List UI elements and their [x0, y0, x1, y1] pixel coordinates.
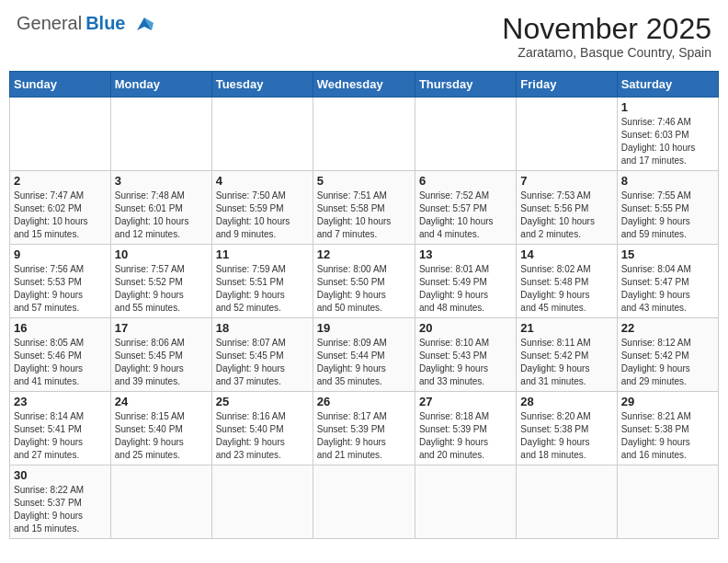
page-header: General Blue November 2025 Zaratamo, Bas…	[9, 9, 719, 63]
day-number: 12	[317, 247, 411, 261]
calendar-cell: 10Sunrise: 7:57 AM Sunset: 5:52 PM Dayli…	[110, 245, 211, 318]
calendar-cell	[313, 98, 415, 171]
day-info: Sunrise: 7:46 AM Sunset: 6:03 PM Dayligh…	[621, 116, 714, 167]
calendar-cell: 21Sunrise: 8:11 AM Sunset: 5:42 PM Dayli…	[517, 318, 617, 392]
day-info: Sunrise: 8:07 AM Sunset: 5:45 PM Dayligh…	[216, 337, 309, 388]
logo-bird-icon	[130, 14, 159, 34]
day-number: 3	[115, 174, 208, 188]
calendar-week-row: 1Sunrise: 7:46 AM Sunset: 6:03 PM Daylig…	[10, 98, 719, 171]
day-number: 26	[317, 395, 411, 408]
day-number: 23	[14, 395, 107, 408]
day-info: Sunrise: 7:47 AM Sunset: 6:02 PM Dayligh…	[14, 190, 107, 241]
day-number: 15	[621, 247, 714, 261]
logo-blue-text: Blue	[85, 13, 125, 34]
day-info: Sunrise: 8:17 AM Sunset: 5:39 PM Dayligh…	[317, 410, 411, 462]
calendar-cell	[517, 98, 617, 171]
calendar-cell: 4Sunrise: 7:50 AM Sunset: 5:59 PM Daylig…	[211, 171, 313, 245]
column-header-tuesday: Tuesday	[211, 72, 313, 98]
day-info: Sunrise: 8:16 AM Sunset: 5:40 PM Dayligh…	[216, 410, 309, 462]
day-number: 1	[621, 100, 714, 114]
calendar-cell	[617, 465, 718, 539]
day-info: Sunrise: 8:06 AM Sunset: 5:45 PM Dayligh…	[115, 337, 208, 388]
day-info: Sunrise: 8:15 AM Sunset: 5:40 PM Dayligh…	[115, 410, 208, 462]
calendar-cell: 13Sunrise: 8:01 AM Sunset: 5:49 PM Dayli…	[415, 245, 516, 318]
calendar-cell	[517, 465, 617, 539]
day-number: 24	[115, 395, 208, 408]
day-info: Sunrise: 7:53 AM Sunset: 5:56 PM Dayligh…	[520, 190, 612, 241]
day-info: Sunrise: 8:12 AM Sunset: 5:42 PM Dayligh…	[621, 337, 714, 388]
day-info: Sunrise: 7:51 AM Sunset: 5:58 PM Dayligh…	[317, 190, 411, 241]
day-number: 2	[14, 174, 107, 188]
day-number: 8	[621, 174, 714, 188]
calendar-cell: 19Sunrise: 8:09 AM Sunset: 5:44 PM Dayli…	[313, 318, 415, 392]
day-info: Sunrise: 8:11 AM Sunset: 5:42 PM Dayligh…	[520, 337, 612, 388]
calendar-cell: 9Sunrise: 7:56 AM Sunset: 5:53 PM Daylig…	[10, 245, 111, 318]
calendar-cell: 16Sunrise: 8:05 AM Sunset: 5:46 PM Dayli…	[10, 318, 111, 392]
day-number: 4	[216, 174, 309, 188]
day-number: 25	[216, 395, 309, 408]
day-info: Sunrise: 8:22 AM Sunset: 5:37 PM Dayligh…	[14, 484, 107, 535]
calendar-cell: 30Sunrise: 8:22 AM Sunset: 5:37 PM Dayli…	[10, 465, 111, 539]
day-info: Sunrise: 8:14 AM Sunset: 5:41 PM Dayligh…	[14, 410, 107, 462]
day-number: 7	[520, 174, 612, 188]
day-info: Sunrise: 7:48 AM Sunset: 6:01 PM Dayligh…	[115, 190, 208, 241]
month-title: November 2025	[502, 13, 711, 45]
day-info: Sunrise: 8:05 AM Sunset: 5:46 PM Dayligh…	[14, 337, 107, 388]
day-number: 27	[419, 395, 512, 408]
day-info: Sunrise: 8:09 AM Sunset: 5:44 PM Dayligh…	[317, 337, 411, 388]
calendar-week-row: 30Sunrise: 8:22 AM Sunset: 5:37 PM Dayli…	[10, 465, 719, 539]
day-info: Sunrise: 7:50 AM Sunset: 5:59 PM Dayligh…	[216, 190, 309, 241]
calendar-cell: 26Sunrise: 8:17 AM Sunset: 5:39 PM Dayli…	[313, 392, 415, 465]
calendar-cell	[10, 98, 111, 171]
calendar-week-row: 23Sunrise: 8:14 AM Sunset: 5:41 PM Dayli…	[10, 392, 719, 465]
logo: General Blue	[17, 13, 159, 34]
day-number: 9	[14, 247, 107, 261]
calendar-cell: 28Sunrise: 8:20 AM Sunset: 5:38 PM Dayli…	[517, 392, 617, 465]
day-number: 16	[14, 321, 107, 335]
column-header-monday: Monday	[110, 72, 211, 98]
day-number: 21	[520, 321, 612, 335]
calendar-cell	[415, 465, 516, 539]
calendar-cell: 5Sunrise: 7:51 AM Sunset: 5:58 PM Daylig…	[313, 171, 415, 245]
day-number: 28	[520, 395, 612, 408]
day-number: 29	[621, 395, 714, 408]
day-number: 19	[317, 321, 411, 335]
day-number: 20	[419, 321, 512, 335]
calendar-cell: 24Sunrise: 8:15 AM Sunset: 5:40 PM Dayli…	[110, 392, 211, 465]
day-info: Sunrise: 7:59 AM Sunset: 5:51 PM Dayligh…	[216, 263, 309, 315]
day-number: 22	[621, 321, 714, 335]
calendar-cell	[211, 98, 313, 171]
calendar-cell: 1Sunrise: 7:46 AM Sunset: 6:03 PM Daylig…	[617, 98, 718, 171]
day-number: 13	[419, 247, 512, 261]
calendar-header-row: SundayMondayTuesdayWednesdayThursdayFrid…	[10, 72, 719, 98]
column-header-thursday: Thursday	[415, 72, 516, 98]
day-info: Sunrise: 7:57 AM Sunset: 5:52 PM Dayligh…	[115, 263, 208, 315]
calendar-cell: 12Sunrise: 8:00 AM Sunset: 5:50 PM Dayli…	[313, 245, 415, 318]
calendar-cell: 14Sunrise: 8:02 AM Sunset: 5:48 PM Dayli…	[517, 245, 617, 318]
day-info: Sunrise: 8:02 AM Sunset: 5:48 PM Dayligh…	[520, 263, 612, 315]
calendar-cell	[110, 465, 211, 539]
title-block: November 2025 Zaratamo, Basque Country, …	[502, 13, 711, 60]
calendar-cell: 22Sunrise: 8:12 AM Sunset: 5:42 PM Dayli…	[617, 318, 718, 392]
calendar-cell: 8Sunrise: 7:55 AM Sunset: 5:55 PM Daylig…	[617, 171, 718, 245]
day-number: 14	[520, 247, 612, 261]
calendar-week-row: 16Sunrise: 8:05 AM Sunset: 5:46 PM Dayli…	[10, 318, 719, 392]
calendar-table: SundayMondayTuesdayWednesdayThursdayFrid…	[9, 71, 719, 539]
calendar-week-row: 9Sunrise: 7:56 AM Sunset: 5:53 PM Daylig…	[10, 245, 719, 318]
day-info: Sunrise: 8:20 AM Sunset: 5:38 PM Dayligh…	[520, 410, 612, 462]
calendar-cell: 6Sunrise: 7:52 AM Sunset: 5:57 PM Daylig…	[415, 171, 516, 245]
calendar-cell: 18Sunrise: 8:07 AM Sunset: 5:45 PM Dayli…	[211, 318, 313, 392]
location-text: Zaratamo, Basque Country, Spain	[502, 45, 711, 60]
column-header-saturday: Saturday	[617, 72, 718, 98]
calendar-cell: 3Sunrise: 7:48 AM Sunset: 6:01 PM Daylig…	[110, 171, 211, 245]
day-info: Sunrise: 7:52 AM Sunset: 5:57 PM Dayligh…	[419, 190, 512, 241]
calendar-cell: 25Sunrise: 8:16 AM Sunset: 5:40 PM Dayli…	[211, 392, 313, 465]
day-info: Sunrise: 8:00 AM Sunset: 5:50 PM Dayligh…	[317, 263, 411, 315]
day-info: Sunrise: 8:21 AM Sunset: 5:38 PM Dayligh…	[621, 410, 714, 462]
calendar-cell: 15Sunrise: 8:04 AM Sunset: 5:47 PM Dayli…	[617, 245, 718, 318]
calendar-cell: 23Sunrise: 8:14 AM Sunset: 5:41 PM Dayli…	[10, 392, 111, 465]
calendar-cell	[415, 98, 516, 171]
column-header-sunday: Sunday	[10, 72, 111, 98]
calendar-cell: 11Sunrise: 7:59 AM Sunset: 5:51 PM Dayli…	[211, 245, 313, 318]
calendar-cell: 17Sunrise: 8:06 AM Sunset: 5:45 PM Dayli…	[110, 318, 211, 392]
